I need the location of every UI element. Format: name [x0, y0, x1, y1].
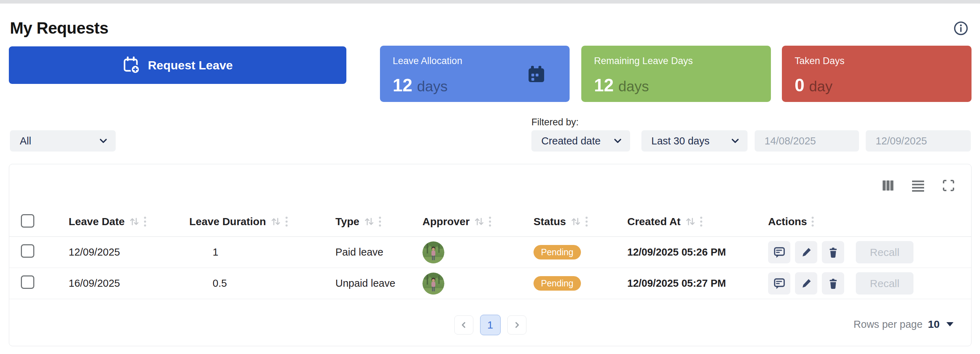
rows-per-page-control[interactable]: Rows per page 10: [854, 318, 953, 330]
columns-icon[interactable]: [881, 179, 895, 192]
filtered-by-label: Filtered by:: [531, 117, 579, 128]
leave-date-cell: 16/09/2025: [57, 277, 178, 289]
next-page-button[interactable]: [508, 316, 527, 335]
column-header-leave-duration[interactable]: Leave Duration: [178, 215, 324, 228]
sort-icon[interactable]: [570, 216, 581, 227]
created-at-cell: 12/09/2025 05:27 PM: [616, 277, 756, 289]
sort-icon[interactable]: [474, 216, 484, 227]
calendar-icon: [527, 64, 546, 84]
status-badge: Pending: [533, 245, 581, 260]
status-badge: Pending: [533, 276, 581, 291]
column-label: Status: [533, 215, 566, 228]
stat-value: 12: [594, 75, 614, 96]
filter-field-select[interactable]: Created date: [531, 130, 630, 151]
date-from-input[interactable]: [755, 130, 859, 151]
edit-button[interactable]: [795, 241, 817, 263]
select-value: All: [10, 135, 99, 147]
table-row: 12/09/2025 1 Paid leave: [9, 237, 971, 268]
edit-pencil-icon: [800, 246, 812, 258]
info-icon[interactable]: [953, 21, 969, 36]
chevron-left-icon: [460, 321, 467, 328]
column-menu-dots-icon[interactable]: [585, 216, 588, 227]
page-title: My Requests: [10, 18, 108, 38]
fullscreen-icon[interactable]: [942, 179, 956, 193]
column-header-approver[interactable]: Approver: [411, 215, 522, 228]
sort-icon[interactable]: [364, 216, 374, 227]
requests-table-card: Leave Date Leave Duration Type: [9, 164, 972, 346]
approver-avatar[interactable]: [422, 241, 444, 263]
sort-icon[interactable]: [270, 216, 281, 227]
edit-button[interactable]: [795, 272, 817, 295]
stat-label: Taken Days: [795, 56, 972, 67]
remaining-leave-card: Remaining Leave Days 12 days: [581, 46, 771, 102]
column-menu-dots-icon[interactable]: [488, 216, 492, 227]
stat-unit: day: [809, 78, 832, 95]
table-row: 16/09/2025 0.5 Unpaid leave: [9, 268, 971, 299]
column-label: Actions: [768, 215, 807, 228]
filter-range-select[interactable]: Last 30 days: [641, 130, 748, 151]
type-cell: Unpaid leave: [324, 277, 411, 289]
delete-button[interactable]: [822, 272, 844, 295]
chevron-down-icon: [731, 139, 739, 144]
page-number-button[interactable]: 1: [480, 315, 501, 335]
chevron-down-icon: [99, 139, 107, 144]
select-all-checkbox[interactable]: [21, 214, 34, 228]
approver-avatar[interactable]: [422, 273, 444, 295]
comment-icon: [773, 277, 786, 290]
comment-button[interactable]: [768, 272, 791, 295]
chevron-down-icon: [614, 139, 622, 144]
column-header-type[interactable]: Type: [324, 215, 411, 228]
leave-date-cell: 12/09/2025: [57, 246, 178, 258]
column-header-created-at[interactable]: Created At: [616, 215, 756, 228]
column-menu-dots-icon[interactable]: [144, 216, 146, 227]
stat-value: 0: [795, 75, 805, 96]
column-header-status[interactable]: Status: [522, 215, 616, 228]
sort-icon[interactable]: [129, 216, 139, 227]
column-label: Leave Duration: [189, 215, 266, 228]
stat-label: Remaining Leave Days: [594, 56, 771, 67]
rows-per-page-value: 10: [928, 318, 940, 330]
caret-down-icon: [947, 322, 953, 326]
select-value: Created date: [531, 135, 614, 147]
request-leave-button[interactable]: Request Leave: [9, 46, 346, 84]
column-header-leave-date[interactable]: Leave Date: [57, 215, 178, 228]
column-label: Type: [336, 215, 360, 228]
sort-icon[interactable]: [685, 216, 695, 227]
rows-per-page-label: Rows per page: [854, 319, 923, 330]
leave-duration-cell: 0.5: [178, 277, 324, 289]
actions-cell: Recall: [756, 241, 971, 263]
trash-icon: [827, 246, 839, 258]
edit-pencil-icon: [800, 277, 812, 290]
created-at-cell: 12/09/2025 05:26 PM: [616, 246, 756, 258]
select-value: Last 30 days: [641, 135, 731, 147]
stat-unit: days: [417, 78, 448, 95]
column-header-actions[interactable]: Actions: [756, 215, 971, 228]
delete-button[interactable]: [822, 241, 844, 263]
column-label: Approver: [422, 215, 469, 228]
request-leave-label: Request Leave: [148, 58, 233, 72]
date-to-input[interactable]: [866, 130, 971, 151]
leave-allocation-card: Leave Allocation 12 days: [380, 46, 570, 102]
taken-days-card: Taken Days 0 day: [782, 46, 972, 102]
rows-density-icon[interactable]: [911, 179, 925, 193]
chevron-right-icon: [513, 321, 520, 328]
column-menu-dots-icon[interactable]: [285, 216, 288, 227]
column-menu-dots-icon[interactable]: [700, 216, 703, 227]
column-menu-dots-icon[interactable]: [379, 216, 382, 227]
recall-button[interactable]: Recall: [856, 272, 913, 295]
type-cell: Paid leave: [324, 246, 411, 258]
recall-button[interactable]: Recall: [856, 241, 913, 263]
stat-value: 12: [393, 75, 412, 96]
type-filter-select[interactable]: All: [10, 130, 116, 151]
row-checkbox[interactable]: [21, 244, 34, 258]
row-checkbox[interactable]: [21, 276, 34, 289]
stat-unit: days: [619, 78, 649, 95]
previous-page-button[interactable]: [454, 316, 473, 335]
calendar-plus-icon: [123, 56, 141, 74]
trash-icon: [827, 277, 839, 290]
column-menu-dots-icon[interactable]: [811, 216, 814, 227]
comment-button[interactable]: [768, 241, 791, 263]
table-toolbar: [881, 179, 956, 193]
pagination: 1: [454, 315, 527, 335]
leave-duration-cell: 1: [178, 246, 324, 258]
